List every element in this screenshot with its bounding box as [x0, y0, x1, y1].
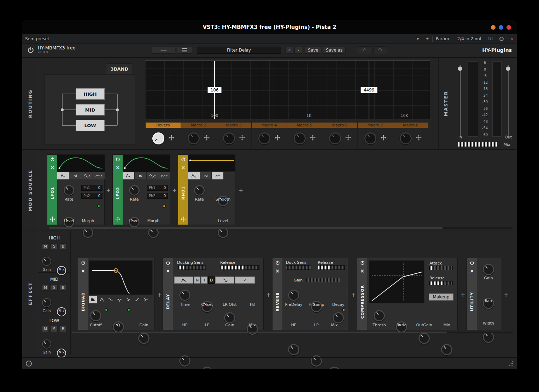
- lowshelf-icon[interactable]: [107, 296, 115, 303]
- macro-knob[interactable]: [329, 132, 341, 144]
- macro-knob[interactable]: [223, 132, 235, 144]
- bell-icon[interactable]: [98, 296, 106, 303]
- close-icon[interactable]: ×: [81, 269, 85, 273]
- maximize-light[interactable]: [499, 25, 503, 30]
- biquad-filter-display[interactable]: [89, 260, 153, 295]
- bypass-button[interactable]: B: [60, 326, 66, 332]
- bypass-button[interactable]: B: [60, 285, 66, 291]
- param-button[interactable]: Parâm.: [433, 34, 454, 43]
- move-icon[interactable]: [181, 216, 186, 223]
- mode-t-button[interactable]: T: [201, 277, 207, 284]
- lfo2-ph1-field[interactable]: Ph10: [147, 185, 168, 191]
- duck-sens-slider[interactable]: [286, 265, 311, 270]
- add-preset-button[interactable]: +: [422, 34, 432, 43]
- add-effect-icon[interactable]: +: [157, 291, 162, 298]
- macro-knob[interactable]: [152, 132, 164, 144]
- solo-button[interactable]: S: [51, 326, 58, 332]
- wave-shape-icon[interactable]: ▾: [158, 172, 170, 179]
- slider-thumb[interactable]: [506, 66, 510, 71]
- mode-n-button[interactable]: N: [194, 277, 200, 284]
- move-icon[interactable]: [50, 216, 55, 223]
- macro-move-icon[interactable]: [381, 135, 386, 142]
- attack-slider[interactable]: [429, 266, 453, 270]
- gain-slider[interactable]: [306, 278, 340, 282]
- crossover-freq-low[interactable]: 106: [208, 87, 222, 93]
- macro-move-icon[interactable]: [416, 135, 422, 142]
- next-preset-button[interactable]: ›: [294, 47, 302, 54]
- add-effect-icon[interactable]: +: [351, 291, 356, 298]
- preset-name-field[interactable]: Filter Delay: [197, 47, 281, 54]
- macro-knob[interactable]: [258, 132, 270, 144]
- minimize-light[interactable]: [491, 25, 496, 30]
- power-icon[interactable]: [181, 156, 186, 163]
- lfo2-ph2-field[interactable]: Ph20: [147, 193, 168, 199]
- macro-tab[interactable]: Macro 8: [393, 123, 428, 128]
- close-icon[interactable]: ×: [50, 165, 54, 170]
- time-knob[interactable]: [179, 290, 191, 301]
- notch-icon[interactable]: [116, 296, 123, 303]
- crossover-display[interactable]: 106 4499 100 1K 10K: [145, 60, 430, 119]
- highshelf-icon[interactable]: [133, 296, 141, 303]
- lfo2-waveform-display[interactable]: [123, 155, 170, 172]
- band-gain-knob[interactable]: [42, 339, 51, 349]
- rnd1-waveform-display[interactable]: [188, 155, 235, 172]
- routing-band-mid[interactable]: MID: [76, 104, 105, 115]
- solo-button[interactable]: S: [51, 243, 58, 249]
- macro-tab[interactable]: Reverb: [146, 123, 181, 128]
- steps-shape-icon[interactable]: [200, 172, 212, 179]
- thresh-knob[interactable]: [374, 310, 385, 321]
- lfo1-ph2-field[interactable]: Ph20: [81, 193, 102, 199]
- envelope-mode-icon[interactable]: [174, 277, 193, 284]
- preset-dropdown-icon[interactable]: ▼: [414, 34, 422, 43]
- close-icon[interactable]: ×: [181, 165, 185, 170]
- close-icon[interactable]: ×: [166, 269, 170, 273]
- power-icon[interactable]: [50, 156, 55, 163]
- power-icon[interactable]: [116, 156, 120, 163]
- steps-shape-icon[interactable]: [69, 172, 81, 179]
- macro-tab[interactable]: Macro 7: [358, 123, 393, 128]
- ui-button[interactable]: UI: [485, 34, 496, 43]
- bank-select[interactable]: ----: [152, 47, 175, 54]
- macro-move-icon[interactable]: [204, 135, 210, 142]
- band-gain-knob[interactable]: [42, 298, 51, 307]
- save-button[interactable]: Save: [305, 47, 321, 54]
- makeup-button[interactable]: Makeup: [429, 293, 453, 301]
- power-icon[interactable]: [81, 260, 86, 267]
- routing-band-high[interactable]: HIGH: [76, 88, 105, 100]
- undo-button[interactable]: ↶: [357, 46, 371, 54]
- mod-scrollbar[interactable]: [49, 227, 512, 229]
- rnd1-rate-knob[interactable]: [194, 185, 205, 196]
- close-light[interactable]: [506, 25, 511, 30]
- macro-move-icon[interactable]: [239, 135, 245, 142]
- env-shape-icon[interactable]: [57, 172, 69, 179]
- power-icon[interactable]: [166, 260, 170, 267]
- power-icon[interactable]: [275, 260, 280, 267]
- release-slider[interactable]: [429, 281, 453, 285]
- routing-band-low[interactable]: LOW: [76, 120, 105, 131]
- gain-knob[interactable]: [483, 264, 494, 275]
- power-icon[interactable]: [360, 260, 365, 267]
- master-in-slider[interactable]: [458, 65, 463, 136]
- lfo2-rate-knob[interactable]: [129, 185, 140, 196]
- macro-knob[interactable]: [188, 132, 200, 144]
- mute-button[interactable]: M: [42, 285, 49, 291]
- macro-knob[interactable]: [364, 132, 376, 144]
- plugin-power-icon[interactable]: [27, 47, 34, 55]
- wave-shape-icon[interactable]: ▾: [93, 172, 105, 179]
- env-shape-icon[interactable]: [188, 172, 200, 179]
- close-icon[interactable]: ×: [275, 269, 280, 273]
- add-effect-icon[interactable]: +: [504, 291, 508, 298]
- redo-button[interactable]: ↷: [373, 46, 387, 54]
- lfo1-rate-knob[interactable]: [64, 185, 74, 196]
- lfo-shape-icon[interactable]: [215, 277, 234, 284]
- predelay-knob[interactable]: [288, 290, 299, 301]
- add-mod-icon[interactable]: +: [172, 187, 177, 194]
- mute-button[interactable]: M: [42, 326, 49, 332]
- bypass-button[interactable]: B: [60, 243, 66, 249]
- lfo1-ph1-field[interactable]: Ph10: [81, 185, 102, 191]
- close-icon[interactable]: ×: [116, 165, 120, 170]
- macro-tab[interactable]: Macro 5: [287, 123, 322, 128]
- macro-tab[interactable]: Macro 6: [322, 123, 357, 128]
- io-button[interactable]: 2/4 in 2 out: [454, 34, 485, 43]
- env-shape-icon[interactable]: [123, 172, 135, 179]
